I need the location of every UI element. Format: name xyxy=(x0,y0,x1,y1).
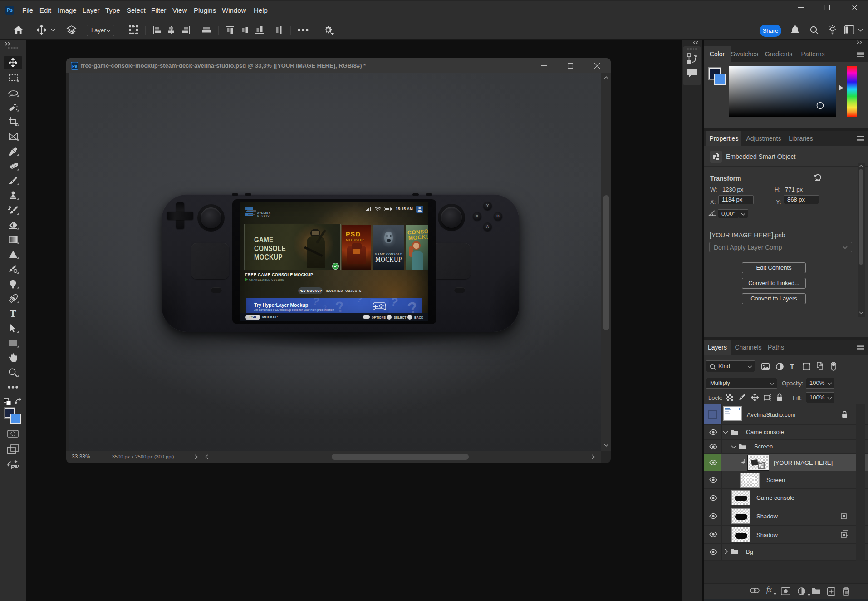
svg-text:Ps: Ps xyxy=(72,64,77,69)
